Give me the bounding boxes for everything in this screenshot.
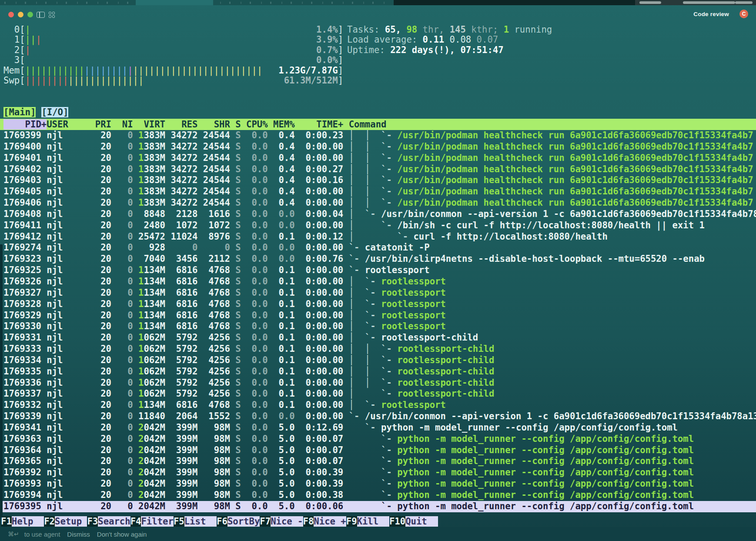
column-header-user[interactable]: USER	[47, 119, 95, 130]
process-row[interactable]: 1769329 njl 20 0 1134M 6816 4768 S 0.0 0…	[0, 310, 756, 321]
column-header-virt[interactable]: VIRT	[138, 119, 171, 130]
fn-key-f8[interactable]: F8	[303, 516, 314, 527]
cell-command: catatonit -P	[365, 242, 430, 253]
process-row[interactable]: 1769328 njl 20 0 1134M 6816 4768 S 0.0 0…	[0, 299, 756, 310]
column-header-ni[interactable]: NI	[117, 119, 138, 130]
process-row[interactable]: 1769333 njl 20 0 1062M 5792 4256 S 0.0 0…	[0, 344, 756, 355]
cell-virt: 1	[138, 186, 144, 197]
process-row[interactable]: 1769406 njl 20 0 1383M 34272 24544 S 0.0…	[0, 197, 756, 209]
cell-virt: 383M	[144, 164, 171, 174]
process-row[interactable]: 1769394 njl 20 0 2042M 399M 98M S 0.0 5.…	[0, 490, 756, 501]
meter-label: Mem	[3, 65, 20, 76]
zoom-window-button[interactable]	[27, 12, 33, 17]
process-row[interactable]: 1769326 njl 20 0 1134M 6816 4768 S 0.0 0…	[0, 276, 756, 287]
process-row[interactable]: 1769399 njl 20 0 1383M 34272 24544 S 0.0…	[0, 130, 756, 141]
cell-virt: 134M	[144, 276, 171, 287]
process-row-selected[interactable]: 1769395 njl 20 0 2042M 399M 98M S 0.0 5.…	[0, 501, 756, 512]
process-row[interactable]: 1769274 njl 20 0 928 0 0 S 0.0 0.0 0:00.…	[0, 242, 756, 254]
process-row[interactable]: 1769331 njl 20 0 1062M 5792 4256 S 0.0 0…	[0, 332, 756, 344]
process-row[interactable]: 1769408 njl 20 0 8848 2128 1616 S 0.0 0.…	[0, 209, 756, 220]
cell-pri: 20	[95, 254, 117, 264]
fn-label-help[interactable]: Help	[12, 516, 44, 527]
code-review-button[interactable]: Code review	[693, 11, 729, 17]
cell-state: S	[235, 434, 246, 444]
cell-state: S	[235, 501, 246, 511]
process-row[interactable]: 1769332 njl 20 0 1134M 6816 4768 S 0.0 0…	[0, 400, 756, 411]
hint-text: to use agent	[24, 531, 60, 538]
cell-pri: 20	[95, 344, 117, 354]
fn-key-f2[interactable]: F2	[44, 516, 55, 527]
process-row[interactable]: 1769363 njl 20 0 2042M 399M 98M S 0.0 5.…	[0, 434, 756, 445]
fn-label-filter[interactable]: Filter	[141, 516, 173, 527]
process-row[interactable]: 1769411 njl 20 0 2480 1072 1072 S 0.0 0.…	[0, 220, 756, 231]
column-header-cpu[interactable]: CPU%	[246, 119, 273, 130]
process-row[interactable]: 1769364 njl 20 0 2042M 399M 98M S 0.0 5.…	[0, 445, 756, 456]
process-row[interactable]: 1769403 njl 20 0 1383M 34272 24544 S 0.0…	[0, 175, 756, 186]
fn-key-f10[interactable]: F10	[389, 516, 405, 527]
minimize-window-button[interactable]	[18, 12, 23, 17]
cell-virt: 1	[138, 130, 144, 140]
fn-label-nice[interactable]: Nice -	[271, 516, 303, 527]
sidebar-toggle-icon[interactable]	[37, 12, 45, 18]
fn-key-f4[interactable]: F4	[130, 516, 141, 527]
fn-label-kill[interactable]: Kill	[357, 516, 389, 527]
fn-label-search[interactable]: Search	[98, 516, 130, 527]
dont-show-again-button[interactable]: Don't show again	[97, 531, 147, 538]
process-row[interactable]: 1769323 njl 20 0 7040 3456 2112 S 0.0 0.…	[0, 254, 756, 265]
fn-key-f7[interactable]: F7	[260, 516, 271, 527]
process-row[interactable]: 1769337 njl 20 0 1062M 5792 4256 S 0.0 0…	[0, 388, 756, 400]
cell-cpu: 0.0	[246, 130, 273, 140]
cell-cpu: 0.0	[246, 467, 273, 478]
fn-label-setup[interactable]: Setup	[55, 516, 87, 527]
process-row[interactable]: 1769400 njl 20 0 1383M 34272 24544 S 0.0…	[0, 141, 756, 153]
column-header-mem[interactable]: MEM%	[273, 119, 300, 130]
process-row[interactable]: 1769412 njl 20 0 25472 11024 8976 S 0.0 …	[0, 231, 756, 243]
column-header-state[interactable]: S	[235, 119, 246, 130]
process-row[interactable]: 1769327 njl 20 0 1134M 6816 4768 S 0.0 0…	[0, 287, 756, 299]
process-row[interactable]: 1769392 njl 20 0 2042M 399M 98M S 0.0 5.…	[0, 467, 756, 478]
cell-pri: 20	[95, 130, 117, 140]
process-row[interactable]: 1769325 njl 20 0 1134M 6816 4768 S 0.0 0…	[0, 265, 756, 276]
column-header-shr[interactable]: SHR	[203, 119, 235, 130]
tab-io[interactable]: [I/O]	[41, 107, 68, 117]
process-row[interactable]: 1769365 njl 20 0 2042M 399M 98M S 0.0 5.…	[0, 456, 756, 467]
cell-virt: 7040	[138, 254, 171, 264]
uptime-segment: 222 days(!),	[390, 45, 460, 55]
fn-key-f9[interactable]: F9	[346, 516, 357, 527]
process-row[interactable]: 1769341 njl 20 0 2042M 399M 98M S 0.0 5.…	[0, 422, 756, 434]
fn-label-sortby[interactable]: SortBy	[227, 516, 260, 527]
cell-time: 0:00.00	[300, 197, 349, 208]
cell-virt: 383M	[144, 153, 171, 163]
close-window-button[interactable]	[8, 12, 14, 17]
process-row[interactable]: 1769405 njl 20 0 1383M 34272 24544 S 0.0…	[0, 186, 756, 197]
process-row[interactable]: 1769339 njl 20 0 11840 2064 1552 S 0.0 0…	[0, 411, 756, 422]
cell-pri: 20	[95, 242, 117, 253]
tab-main[interactable]: [Main]	[3, 107, 36, 117]
process-row[interactable]: 1769393 njl 20 0 2042M 399M 98M S 0.0 5.…	[0, 478, 756, 490]
cell-cpu: 0.0	[246, 231, 273, 242]
fn-label-quit[interactable]: Quit	[405, 516, 438, 527]
fn-key-f3[interactable]: F3	[87, 516, 98, 527]
dismiss-button[interactable]: Dismiss	[67, 531, 90, 538]
cell-shr: 98M	[203, 445, 235, 455]
process-row[interactable]: 1769335 njl 20 0 1062M 5792 4256 S 0.0 0…	[0, 366, 756, 377]
process-row[interactable]: 1769402 njl 20 0 1383M 34272 24544 S 0.0…	[0, 164, 756, 175]
column-header-pri[interactable]: PRI	[95, 119, 117, 130]
column-header-command[interactable]: Command	[349, 119, 387, 130]
account-badge[interactable]: C	[739, 10, 748, 18]
process-row[interactable]: 1769336 njl 20 0 1062M 5792 4256 S 0.0 0…	[0, 377, 756, 389]
process-row[interactable]: 1769334 njl 20 0 1062M 5792 4256 S 0.0 0…	[0, 355, 756, 366]
process-row[interactable]: 1769401 njl 20 0 1383M 34272 24544 S 0.0…	[0, 153, 756, 164]
process-row[interactable]: 1769330 njl 20 0 1134M 6816 4768 S 0.0 0…	[0, 321, 756, 332]
grid-layout-icon[interactable]	[49, 12, 55, 18]
cell-mem: 0.1	[273, 332, 300, 343]
fn-key-f6[interactable]: F6	[217, 516, 227, 527]
column-header-pid[interactable]: PID+	[3, 119, 47, 130]
column-header-time[interactable]: TIME+	[300, 119, 349, 130]
cell-mem: 0.1	[273, 388, 300, 399]
fn-label-list[interactable]: List	[184, 516, 217, 527]
column-header-res[interactable]: RES	[171, 119, 203, 130]
fn-key-f5[interactable]: F5	[174, 516, 184, 527]
fn-key-f1[interactable]: F1	[1, 516, 12, 527]
fn-label-nice[interactable]: Nice +	[314, 516, 346, 527]
